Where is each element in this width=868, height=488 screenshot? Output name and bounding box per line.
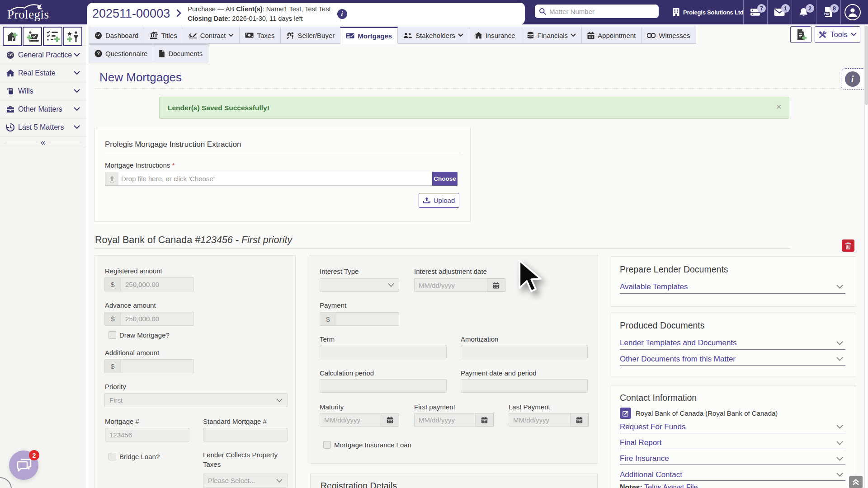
edit-contact-button[interactable]	[620, 408, 631, 419]
currency-prefix: $	[104, 277, 121, 291]
tab-appointment[interactable]: Appointment	[582, 27, 642, 44]
scrollbar-thumb[interactable]	[865, 26, 868, 105]
payment-input[interactable]	[336, 312, 399, 326]
maturity-date-input[interactable]	[320, 413, 381, 427]
tab-label: Documents	[168, 50, 203, 57]
tab-mortgages[interactable]: Mortgages	[340, 27, 398, 44]
binoculars-icon	[647, 32, 656, 39]
messages-button[interactable]: 1	[767, 0, 791, 24]
calculation-period-input[interactable]	[320, 379, 447, 393]
tools-button[interactable]: Tools	[815, 26, 860, 43]
tab-financials[interactable]: Financials	[521, 27, 582, 44]
calendar-button[interactable]	[476, 413, 494, 427]
add-client-button[interactable]	[63, 27, 82, 46]
delete-mortgage-button[interactable]	[842, 239, 854, 252]
standard-mortgage-number-input[interactable]	[203, 428, 288, 441]
mortgage-section-divider	[95, 248, 790, 249]
tab-questionnaire[interactable]: ? Questionnaire	[89, 44, 153, 62]
pdf-queue-button[interactable]: PDF 8	[816, 0, 840, 24]
tab-titles[interactable]: Titles	[144, 27, 183, 44]
sidebar-item-wills[interactable]: Wills	[0, 82, 86, 100]
sidebar-item-other-matters[interactable]: Other Matters	[0, 100, 86, 118]
add-real-estate-matter-icon	[6, 31, 19, 42]
priority-select[interactable]: First	[104, 393, 288, 407]
amortization-input[interactable]	[461, 345, 588, 358]
tab-witnesses[interactable]: Witnesses	[642, 27, 696, 44]
accordion-final-report[interactable]: Final Report	[620, 437, 845, 449]
interest-type-select[interactable]	[320, 278, 399, 292]
mortgage-insurance-checkbox[interactable]: Mortgage Insurance Loan	[323, 441, 411, 449]
generate-document-button[interactable]	[790, 26, 811, 43]
notifications-button[interactable]: 2	[792, 0, 816, 24]
matter-info-icon[interactable]: i	[337, 9, 347, 19]
matter-list-button[interactable]: 7	[743, 0, 767, 24]
choose-file-button[interactable]: Choose	[432, 172, 458, 186]
mortgage-number-input[interactable]	[105, 428, 189, 441]
add-contract-matter-button[interactable]	[23, 27, 42, 46]
add-checklist-button[interactable]	[43, 27, 62, 46]
upload-button[interactable]: Upload	[419, 193, 459, 208]
notes-link[interactable]: Telus Assyst File	[644, 483, 698, 488]
additional-amount-input[interactable]	[121, 359, 194, 373]
advance-amount-input[interactable]	[121, 312, 194, 326]
house-icon	[475, 32, 482, 39]
bridge-loan-checkbox[interactable]: Bridge Loan?	[108, 453, 160, 460]
chevron-down-icon	[851, 33, 857, 37]
breadcrumb: 202511-00003 Purchase — AB Client(s): Na…	[87, 3, 525, 25]
accordion-available-templates[interactable]: Available Templates	[620, 280, 845, 294]
checkbox-icon	[323, 441, 331, 449]
calendar-button[interactable]	[381, 413, 399, 427]
user-avatar[interactable]	[844, 4, 861, 20]
sidebar-item-last-5-matters[interactable]: Last 5 Matters	[0, 118, 86, 136]
first-payment-date-input[interactable]	[414, 413, 476, 427]
search-input[interactable]	[549, 8, 649, 15]
extraction-card-title: Prolegis Mortgage Instruction Extraction	[105, 140, 241, 149]
term-input[interactable]	[320, 345, 447, 358]
landmark-icon	[150, 32, 158, 39]
file-icon	[159, 50, 165, 57]
accordion-fire-insurance[interactable]: Fire Insurance	[620, 453, 845, 465]
accordion-other-documents[interactable]: Other Documents from this Matter	[620, 353, 845, 366]
registered-amount-input[interactable]	[121, 277, 194, 291]
accordion-lender-templates[interactable]: Lender Templates and Documents	[620, 337, 845, 350]
bridge-loan-label: Bridge Loan?	[119, 453, 160, 460]
sidebar-item-general-practice[interactable]: General Practice	[0, 46, 86, 64]
scroll-to-top-button[interactable]	[849, 476, 863, 488]
accordion-request-for-funds[interactable]: Request For Funds	[620, 421, 845, 433]
calendar-button[interactable]	[571, 413, 589, 427]
add-real-estate-matter-button[interactable]	[3, 27, 22, 46]
currency-prefix: $	[104, 312, 121, 326]
logo-swoosh-icon	[11, 2, 46, 14]
tab-taxes[interactable]: Taxes	[240, 27, 280, 44]
file-drop-input[interactable]: Drop file here, or click 'Choose' Choose	[105, 172, 458, 186]
gauge-icon	[6, 51, 14, 59]
sidebar-item-label: Last 5 Matters	[18, 123, 64, 131]
interest-adjustment-date-input[interactable]	[414, 278, 487, 292]
calendar-button[interactable]	[487, 278, 505, 292]
tab-dashboard[interactable]: Dashboard	[89, 27, 144, 44]
accordion-additional-contact[interactable]: Additional Contact	[620, 469, 845, 481]
mortgage-number-label: Mortgage #	[105, 418, 139, 426]
coins-icon	[527, 32, 534, 39]
tab-contract[interactable]: Contract	[183, 27, 240, 44]
page-info-button[interactable]: i	[841, 68, 863, 90]
matter-number[interactable]: 202511-00003	[92, 7, 170, 21]
upload-label: Upload	[434, 197, 455, 204]
lender-collects-select[interactable]: Please Select...	[203, 474, 288, 488]
tab-insurance[interactable]: Insurance	[469, 27, 521, 44]
tab-stakeholders[interactable]: Stakeholders	[398, 27, 469, 44]
prolegis-logo[interactable]: Prolegis	[7, 8, 49, 22]
draw-mortgage-checkbox[interactable]: Draw Mortgage?	[108, 331, 170, 339]
tab-documents[interactable]: Documents	[153, 44, 208, 62]
page-title: New Mortgages	[99, 70, 182, 84]
matter-line2: Closing Date: 2026-01-30, 11 days left	[188, 14, 330, 23]
tab-seller-buyer[interactable]: Seller/Buyer	[281, 27, 341, 44]
sidebar-collapse-button[interactable]: «	[0, 136, 86, 148]
last-payment-date-input[interactable]	[509, 413, 571, 427]
payment-date-period-input[interactable]	[461, 379, 588, 393]
first-payment-date-field	[414, 413, 494, 427]
company-menu[interactable]: Prolegis Solutions Ltd	[672, 0, 744, 24]
alert-close-button[interactable]: ×	[776, 102, 782, 111]
sidebar-item-real-estate[interactable]: Real Estate	[0, 64, 86, 82]
add-client-icon	[66, 31, 80, 42]
